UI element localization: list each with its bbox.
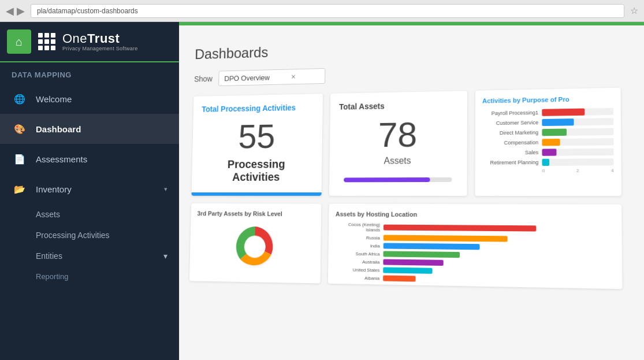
hosting-row-1: Cocos (Keeling) Islands <box>336 222 615 235</box>
section-label: DATA MAPPING <box>0 62 179 84</box>
purpose-row-sales: Sales <box>482 149 614 157</box>
purpose-row-marketing: Direct Marketing <box>482 128 613 137</box>
hosting-row-2: Russia <box>335 235 614 243</box>
globe-icon: 🌐 <box>12 91 28 107</box>
browser-controls: ◀ ▶ <box>6 5 25 17</box>
main-content: Dashboards Show DPO Overview × Total Pro… <box>179 22 644 360</box>
hosting-row-4: South Africa <box>335 250 615 259</box>
browser-bar: ◀ ▶ pla/datamap/custom-dashboards ☆ <box>0 0 644 22</box>
purpose-axis: 0 2 4 <box>482 168 614 174</box>
hosting-bars: Cocos (Keeling) Islands Russia India <box>334 222 615 285</box>
card-activities-by-purpose: Activities by Purpose of Pro Payroll Pro… <box>475 88 621 196</box>
sidebar-item-reporting[interactable]: Reporting <box>0 266 179 287</box>
assets-progress-bar <box>344 177 452 182</box>
purpose-row-payroll: Payroll Processing1 <box>482 108 613 117</box>
hosting-row-3: India <box>335 243 615 251</box>
content-panel: Dashboards Show DPO Overview × Total Pro… <box>179 25 638 360</box>
app-container: ⌂ OneTrust Privacy Management Software D… <box>0 22 644 360</box>
card-hosting-location: Assets by Hosting Location Cocos (Keelin… <box>328 204 623 290</box>
sidebar-item-inventory[interactable]: 📂 Inventory ▾ <box>0 174 179 204</box>
dashboard-icon: 🎨 <box>12 121 28 137</box>
show-bar: Show DPO Overview × <box>194 61 620 87</box>
assets-progress-fill <box>344 177 430 182</box>
sidebar-item-welcome[interactable]: 🌐 Welcome <box>0 84 179 114</box>
sidebar-item-entities[interactable]: Entities ▾ <box>0 246 179 266</box>
card-total-assets: Total Assets 78 Assets <box>329 91 467 196</box>
sidebar-item-assessments[interactable]: 📄 Assessments <box>0 144 179 174</box>
browser-star[interactable]: ☆ <box>630 5 638 16</box>
show-select[interactable]: DPO Overview × <box>218 68 325 86</box>
home-icon: ⌂ <box>7 29 31 54</box>
sidebar-item-processing-activities[interactable]: Processing Activities <box>0 225 179 246</box>
close-icon[interactable]: × <box>291 72 296 81</box>
assessments-icon: 📄 <box>12 151 28 167</box>
perspective-wrapper: Dashboards Show DPO Overview × Total Pro… <box>179 25 644 360</box>
sidebar-item-dashboard[interactable]: 🎨 Dashboard <box>0 114 179 144</box>
cards-grid: Total Processing Activities 55 Processin… <box>189 88 622 290</box>
sidebar-header: ⌂ OneTrust Privacy Management Software <box>0 22 179 62</box>
entities-chevron-icon: ▾ <box>163 251 167 261</box>
processing-bottom-bar <box>191 192 321 196</box>
purpose-row-compensation: Compensation <box>482 138 614 146</box>
purpose-bars: Payroll Processing1 Customer Service <box>482 108 614 166</box>
sidebar: ⌂ OneTrust Privacy Management Software D… <box>0 22 179 360</box>
card-processing-activities: Total Processing Activities 55 Processin… <box>191 94 323 196</box>
page-title: Dashboards <box>195 33 620 63</box>
grid-icon <box>38 33 55 50</box>
purpose-row-customer: Customer Service <box>482 118 613 127</box>
chevron-down-icon: ▾ <box>164 185 167 193</box>
sidebar-item-assets[interactable]: Assets <box>0 204 179 225</box>
purpose-row-retirement: Retirement Planning <box>482 158 614 166</box>
inventory-icon: 📂 <box>12 181 28 197</box>
browser-url[interactable]: pla/datamap/custom-dashboards <box>31 4 624 18</box>
logo-text: OneTrust Privacy Management Software <box>62 32 138 51</box>
card-risk-level: 3rd Party Assets by Risk Level <box>189 203 321 283</box>
risk-pie-chart <box>230 221 279 272</box>
